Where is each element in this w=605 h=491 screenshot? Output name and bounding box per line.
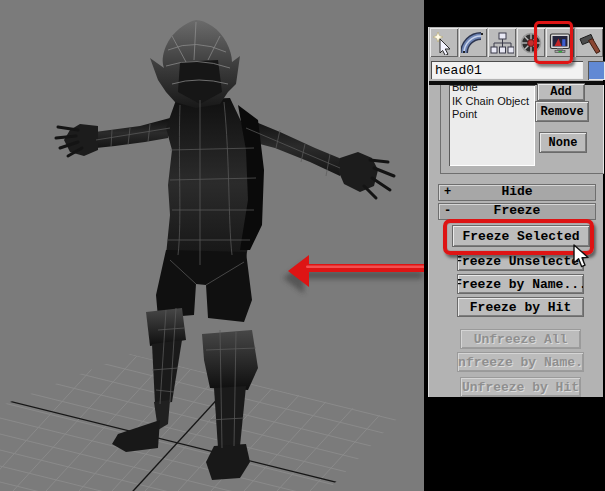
unfreeze-by-hit-button: Unfreeze by Hit (460, 377, 581, 397)
rollout-label: Hide (501, 184, 532, 199)
create-icon (432, 31, 456, 55)
unfreeze-by-name-button: Unfreeze by Name.. (457, 352, 584, 372)
list-item[interactable]: Bone (449, 85, 535, 95)
rollout-hide[interactable]: + Hide (438, 184, 596, 201)
add-button[interactable]: Add (537, 83, 585, 101)
mouse-cursor-icon (570, 244, 592, 272)
viewport-scene (0, 0, 424, 491)
rollout-toggle-icon: + (444, 185, 451, 199)
tab-hierarchy[interactable] (488, 28, 516, 57)
list-item[interactable]: IK Chain Object (449, 95, 535, 109)
tab-create[interactable] (430, 28, 458, 57)
command-panel-tabs (429, 27, 603, 58)
tab-modify[interactable] (459, 28, 487, 57)
modify-icon (461, 31, 485, 55)
perspective-viewport[interactable] (0, 0, 424, 491)
list-item[interactable]: Point (449, 108, 535, 122)
hierarchy-icon (490, 31, 514, 55)
freeze-by-hit-button[interactable]: Freeze by Hit (457, 297, 584, 317)
none-button[interactable]: None (539, 132, 587, 153)
display-command-panel: Bone IK Chain Object Point Add Remove No… (428, 27, 603, 397)
freeze-by-name-button[interactable]: Freeze by Name... (457, 274, 584, 294)
display-tab-highlight-box (534, 21, 573, 64)
unfreeze-all-button: Unfreeze All (460, 329, 581, 349)
hide-by-category-section: Bone IK Chain Object Point Add Remove No… (429, 85, 603, 174)
rollout-label: Freeze (494, 203, 541, 218)
rollout-freeze[interactable]: - Freeze (438, 203, 596, 220)
object-name-row (429, 60, 603, 82)
utilities-icon (577, 31, 601, 55)
remove-button[interactable]: Remove (535, 101, 589, 122)
red-arrow-annotation (283, 255, 424, 294)
tab-utilities[interactable] (575, 28, 603, 57)
screenshot-root: Bone IK Chain Object Point Add Remove No… (0, 0, 605, 491)
category-list[interactable]: Bone IK Chain Object Point (449, 85, 535, 166)
wireframe-character (56, 20, 394, 480)
object-color-swatch[interactable] (588, 61, 605, 80)
rollout-toggle-icon: - (444, 204, 451, 218)
